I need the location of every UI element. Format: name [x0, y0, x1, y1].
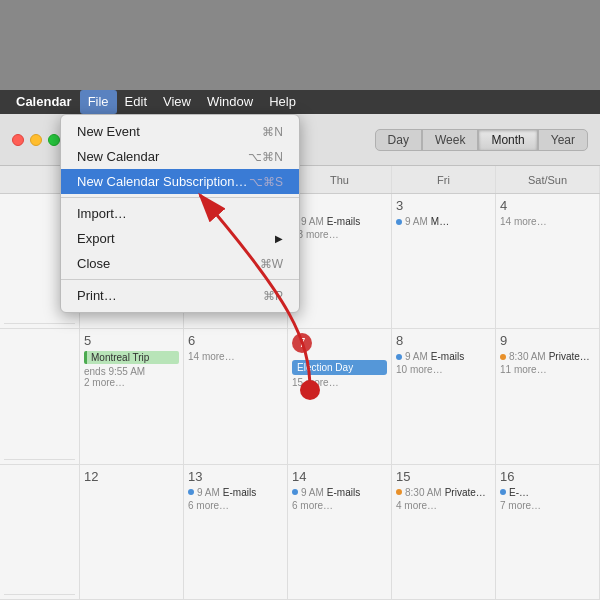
- more-nov13: 6 more…: [188, 500, 283, 511]
- more-nov9: 11 more…: [500, 364, 595, 375]
- window: ‹ › November 2016 Day Week Month Year Ca…: [0, 0, 600, 600]
- event-montreal: Montreal Trip: [84, 351, 179, 364]
- more-nov2: 13 more…: [292, 229, 387, 240]
- event-dot-blue-16: [500, 489, 506, 495]
- menu-close-label: Close: [77, 256, 110, 271]
- event-time-15: 8:30 AM: [405, 487, 442, 498]
- zoom-button[interactable]: [48, 134, 60, 146]
- event-name-2: E-mails: [327, 216, 360, 227]
- event-name-3: M…: [431, 216, 449, 227]
- menu-new-event[interactable]: New Event ⌘N: [61, 119, 299, 144]
- event-dot-blue-8: [396, 354, 402, 360]
- date-nov6: 6: [188, 333, 283, 348]
- menu-new-calendar[interactable]: New Calendar ⌥⌘N: [61, 144, 299, 169]
- event-election: Election Day: [292, 360, 387, 375]
- menubar-file[interactable]: File: [80, 90, 117, 114]
- view-buttons: Day Week Month Year: [375, 129, 588, 151]
- more-nov16: 7 more…: [500, 500, 595, 511]
- menubar-window[interactable]: Window: [199, 90, 261, 114]
- event-time-9: 8:30 AM: [509, 351, 546, 362]
- cell-nov3: 3 9 AM M…: [392, 194, 496, 329]
- day-header-thu: Thu: [288, 166, 392, 193]
- date-nov2: 2: [292, 198, 387, 213]
- menu-new-event-label: New Event: [77, 124, 140, 139]
- week-3: [0, 465, 80, 600]
- event-time-14: 9 AM: [301, 487, 324, 498]
- more-nov6: 14 more…: [188, 351, 283, 362]
- date-nov8: 8: [396, 333, 491, 348]
- event-dot-orange-9: [500, 354, 506, 360]
- date-nov7-today: 7: [292, 333, 312, 353]
- cell-nov15: 15 8:30 AM Private… 4 more…: [392, 465, 496, 600]
- view-week-btn[interactable]: Week: [422, 130, 478, 150]
- event-time-13: 9 AM: [197, 487, 220, 498]
- event-name-14: E-mails: [327, 487, 360, 498]
- traffic-lights: [12, 134, 60, 146]
- week-3-label: [4, 469, 75, 595]
- menubar-calendar[interactable]: Calendar: [8, 90, 80, 114]
- desktop-bg: [0, 0, 600, 90]
- cell-nov2: 2 9 AM E-mails 13 more…: [288, 194, 392, 329]
- menu-new-calendar-label: New Calendar: [77, 149, 159, 164]
- menu-print-label: Print…: [77, 288, 117, 303]
- menu-sep-2: [61, 279, 299, 280]
- event-name-9: Private…: [549, 351, 590, 362]
- date-nov15: 15: [396, 469, 491, 484]
- menu-bar: Calendar File Edit View Window Help: [0, 90, 600, 114]
- menu-new-calendar-shortcut: ⌥⌘N: [248, 150, 283, 164]
- cell-nov5: 5 Montreal Trip ends 9:55 AM 2 more…: [80, 329, 184, 464]
- menu-export-arrow: ▶: [275, 233, 283, 244]
- cell-nov4: 4 14 more…: [496, 194, 600, 329]
- more-nov15: 4 more…: [396, 500, 491, 511]
- event-name-8: E-mails: [431, 351, 464, 362]
- menu-import[interactable]: Import…: [61, 201, 299, 226]
- cell-nov6: 6 14 more…: [184, 329, 288, 464]
- more-nov8: 10 more…: [396, 364, 491, 375]
- event-dot-blue-3: [396, 219, 402, 225]
- menu-close[interactable]: Close ⌘W: [61, 251, 299, 276]
- event-name-16: E-…: [509, 487, 529, 498]
- view-year-btn[interactable]: Year: [538, 130, 587, 150]
- event-nov2-emails: 9 AM E-mails: [292, 216, 387, 227]
- week-2-label: [4, 333, 75, 459]
- cell-nov13: 13 9 AM E-mails 6 more…: [184, 465, 288, 600]
- date-nov5: 5: [84, 333, 179, 348]
- event-nov14-emails: 9 AM E-mails: [292, 487, 387, 498]
- date-nov12: 12: [84, 469, 179, 484]
- minimize-button[interactable]: [30, 134, 42, 146]
- event-nov15-private: 8:30 AM Private…: [396, 487, 491, 498]
- day-header-sat: Sat/Sun: [496, 166, 600, 193]
- file-dropdown-menu: New Event ⌘N New Calendar ⌥⌘N New Calend…: [60, 114, 300, 313]
- event-nov3-emails: 9 AM M…: [396, 216, 491, 227]
- date-nov4: 4: [500, 198, 595, 213]
- event-time-8: 9 AM: [405, 351, 428, 362]
- event-nov8-emails: 9 AM E-mails: [396, 351, 491, 362]
- menubar-view[interactable]: View: [155, 90, 199, 114]
- menubar-edit[interactable]: Edit: [117, 90, 155, 114]
- cell-nov7: 7 Election Day 15 more…: [288, 329, 392, 464]
- event-dot-blue-14: [292, 489, 298, 495]
- menu-new-cal-sub[interactable]: New Calendar Subscription… ⌥⌘S: [61, 169, 299, 194]
- close-button[interactable]: [12, 134, 24, 146]
- more2-nov5: 2 more…: [84, 377, 179, 388]
- menu-print[interactable]: Print… ⌘P: [61, 283, 299, 308]
- event-name-15: Private…: [445, 487, 486, 498]
- menubar-help[interactable]: Help: [261, 90, 304, 114]
- event-dot-blue-13: [188, 489, 194, 495]
- cell-nov14: 14 9 AM E-mails 6 more…: [288, 465, 392, 600]
- cell-nov8: 8 9 AM E-mails 10 more…: [392, 329, 496, 464]
- menu-new-cal-sub-label: New Calendar Subscription…: [77, 174, 248, 189]
- menu-new-cal-sub-shortcut: ⌥⌘S: [249, 175, 283, 189]
- date-nov9: 9: [500, 333, 595, 348]
- event-dot-orange-15: [396, 489, 402, 495]
- menu-export[interactable]: Export ▶: [61, 226, 299, 251]
- menu-import-label: Import…: [77, 206, 127, 221]
- cell-nov12: 12: [80, 465, 184, 600]
- event-nov13-emails: 9 AM E-mails: [188, 487, 283, 498]
- view-day-btn[interactable]: Day: [376, 130, 422, 150]
- cell-nov9: 9 8:30 AM Private… 11 more…: [496, 329, 600, 464]
- date-nov13: 13: [188, 469, 283, 484]
- view-month-btn[interactable]: Month: [478, 130, 537, 150]
- menu-new-event-shortcut: ⌘N: [262, 125, 283, 139]
- date-nov14: 14: [292, 469, 387, 484]
